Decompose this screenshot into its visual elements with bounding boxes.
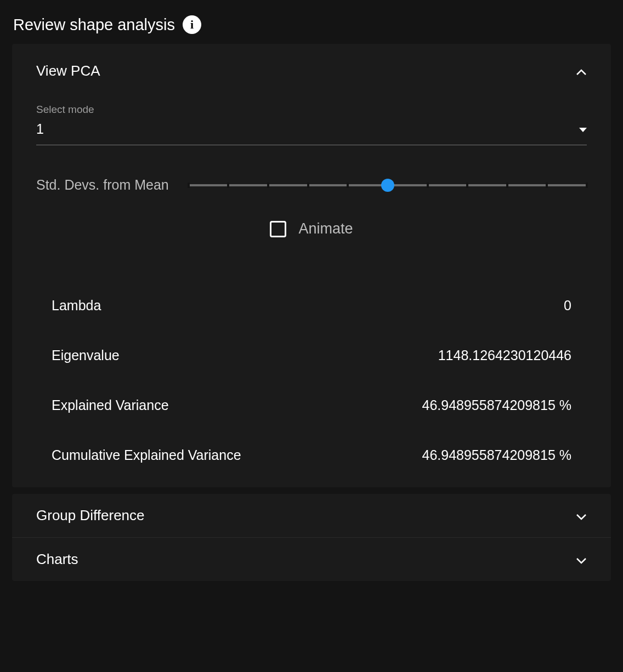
stat-label: Eigenvalue [52, 348, 120, 363]
stat-label: Explained Variance [52, 397, 169, 413]
slider-tick [466, 183, 468, 188]
chevron-down-icon [576, 556, 587, 563]
stat-value: 1148.1264230120446 [438, 348, 571, 363]
stat-value: 46.948955874209815 % [422, 397, 572, 413]
pca-panel-title: View PCA [36, 62, 100, 79]
stddev-slider[interactable] [189, 180, 587, 191]
group-difference-panel-header[interactable]: Group Difference [12, 494, 611, 537]
dropdown-arrow-icon [579, 124, 587, 134]
stddev-slider-label: Std. Devs. from Mean [36, 177, 169, 193]
slider-thumb[interactable] [381, 179, 394, 192]
stat-value: 46.948955874209815 % [422, 447, 572, 463]
animate-checkbox[interactable] [270, 221, 286, 237]
stat-row: Lambda 0 [52, 298, 571, 314]
stat-value: 0 [564, 298, 571, 314]
stat-row: Eigenvalue 1148.1264230120446 [52, 348, 571, 363]
page-title: Review shape analysis [13, 16, 175, 34]
slider-tick [188, 183, 190, 188]
slider-tick [427, 183, 429, 188]
chevron-down-icon [576, 512, 587, 519]
group-difference-panel: Group Difference Charts [12, 494, 611, 581]
slider-tick [307, 183, 309, 188]
animate-label: Animate [298, 220, 353, 237]
slider-tick [267, 183, 269, 188]
select-mode-dropdown[interactable]: 1 [36, 119, 587, 145]
stat-label: Lambda [52, 298, 101, 314]
slider-tick [506, 183, 508, 188]
page-header: Review shape analysis i [0, 0, 623, 44]
select-mode-label: Select mode [36, 104, 587, 116]
pca-stats: Lambda 0 Eigenvalue 1148.1264230120446 E… [36, 298, 587, 463]
charts-panel-header[interactable]: Charts [12, 538, 611, 581]
stat-row: Cumulative Explained Variance 46.9489558… [52, 447, 571, 463]
chevron-up-icon [576, 68, 587, 75]
slider-tick [546, 183, 548, 188]
pca-panel-header[interactable]: View PCA [12, 44, 611, 93]
animate-row: Animate [36, 220, 587, 237]
stat-label: Cumulative Explained Variance [52, 447, 241, 463]
slider-tick [227, 183, 229, 188]
pca-panel-body: Select mode 1 Std. Devs. from Mean [12, 104, 611, 487]
slider-tick [586, 183, 588, 188]
svg-marker-0 [579, 128, 587, 132]
slider-tick [347, 183, 349, 188]
stddev-slider-row: Std. Devs. from Mean [36, 177, 587, 193]
pca-panel: View PCA Select mode 1 Std. Devs. from M… [12, 44, 611, 487]
stat-row: Explained Variance 46.948955874209815 % [52, 397, 571, 413]
info-icon[interactable]: i [183, 15, 201, 34]
select-mode-value: 1 [36, 121, 44, 137]
group-difference-panel-title: Group Difference [36, 507, 145, 524]
charts-panel-title: Charts [36, 551, 78, 568]
